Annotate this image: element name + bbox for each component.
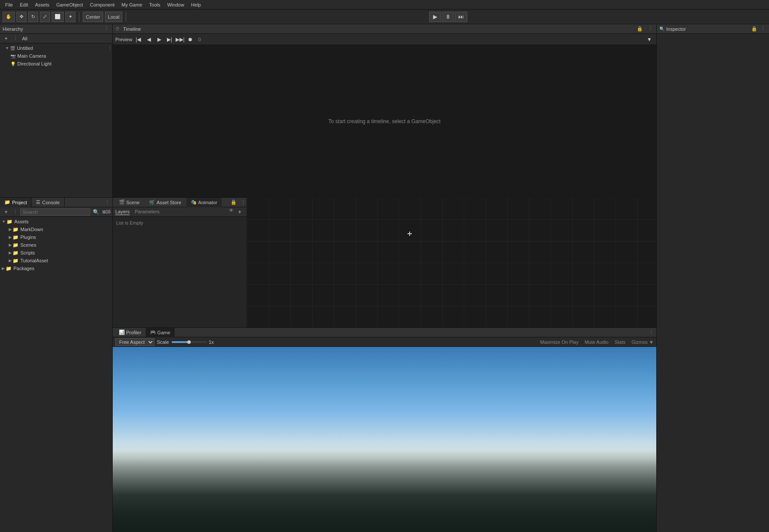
tab-asset-store[interactable]: 🛒 Asset Store <box>145 198 186 207</box>
project-search-input[interactable] <box>20 209 90 215</box>
scene-view[interactable] <box>247 198 656 327</box>
middle-area: 🎬 Scene 🛒 Asset Store 🎭 Animator 🔒 <box>113 198 656 532</box>
pause-button[interactable]: ⏸ <box>442 12 454 22</box>
layers-add-button[interactable]: + <box>235 208 244 216</box>
project-item-scenes[interactable]: ▶ 📁 Scenes <box>0 241 112 249</box>
plugins-folder-icon: 📁 <box>13 235 19 240</box>
transform-tool-button[interactable]: ✦ <box>65 12 75 22</box>
timeline-settings-button[interactable]: ▼ <box>645 35 654 44</box>
menu-item-file[interactable]: File <box>2 1 16 8</box>
project-item-packages[interactable]: ▶ 📁 Packages <box>0 264 112 272</box>
tab-game[interactable]: 🎮 Game <box>146 328 175 337</box>
hierarchy-dots-icon[interactable]: ⋮ <box>12 36 19 41</box>
project-options-icon[interactable]: ⋮ <box>12 209 19 215</box>
timeline-frame-count: 0 <box>198 37 201 42</box>
stats-label[interactable]: Stats <box>615 339 626 345</box>
tab-scene[interactable]: 🎬 Scene <box>114 198 144 207</box>
menu-item-assets[interactable]: Assets <box>32 1 53 8</box>
scene-options-icon[interactable]: ⋮ <box>240 199 247 205</box>
hierarchy-add-button[interactable]: + <box>2 34 10 43</box>
timeline-record-button[interactable]: ⏺ <box>186 35 195 44</box>
menu-item-edit[interactable]: Edit <box>16 1 32 8</box>
untitled-options-icon[interactable]: ⋮ <box>108 46 112 51</box>
maximize-on-play-label[interactable]: Maximize On Play <box>540 339 579 345</box>
project-add-button[interactable]: + <box>2 208 10 216</box>
scale-handle[interactable] <box>187 340 191 344</box>
project-panel-dots[interactable]: ⋮ <box>104 199 111 205</box>
step-button[interactable]: ⏭ <box>455 12 467 22</box>
scene-lock-icon[interactable]: 🔒 <box>230 199 238 205</box>
rect-tool-button[interactable]: ⬜ <box>52 12 64 22</box>
game-panel: 📊 Profiler 🎮 Game ⋮ Free Aspect Scale <box>113 328 656 532</box>
packages-folder-icon: 📁 <box>6 266 12 271</box>
hierarchy-item-main-camera[interactable]: 📷 Main Camera <box>0 52 112 60</box>
animator-tab-label: Animator <box>198 200 217 205</box>
layers-toolbar: Layers Parameters 👁 + <box>113 207 247 217</box>
inspector-options-icon[interactable]: ⋮ <box>760 26 766 32</box>
inspector-header: 🔍 Inspector 🔒 ⋮ <box>657 24 769 34</box>
directional-light-label: Directional Light <box>17 61 52 66</box>
menu-item-tools[interactable]: Tools <box>146 1 164 8</box>
menu-item-window[interactable]: Window <box>164 1 188 8</box>
tab-console[interactable]: ☰ Console <box>32 198 64 207</box>
game-options-icon[interactable]: ⋮ <box>648 330 655 335</box>
scene-tab-row: 🎬 Scene 🛒 Asset Store 🎭 Animator 🔒 <box>113 198 247 207</box>
tab-project[interactable]: 📁 Project <box>0 198 32 207</box>
hierarchy-item-untitled[interactable]: ▼ 🎬 Untitled ⋮ <box>0 44 112 52</box>
hierarchy-item-directional-light[interactable]: 💡 Directional Light <box>0 60 112 68</box>
rotate-tool-button[interactable]: ↻ <box>28 12 38 22</box>
project-item-assets[interactable]: ▼ 📁 Assets <box>0 218 112 225</box>
game-tab-row: 📊 Profiler 🎮 Game ⋮ <box>113 328 656 337</box>
toolbar: ✋ ✥ ↻ ⤢ ⬜ ✦ Center Local ▶ ⏸ ⏭ <box>0 10 769 24</box>
timeline-next-frame-button[interactable]: ▶| <box>165 35 174 44</box>
move-tool-button[interactable]: ✥ <box>16 12 26 22</box>
menu-item-component[interactable]: Component <box>86 1 118 8</box>
scene-area: 🎬 Scene 🛒 Asset Store 🎭 Animator 🔒 <box>113 198 656 328</box>
tab-profiler[interactable]: 📊 Profiler <box>114 328 146 337</box>
timeline-start-button[interactable]: |◀ <box>134 35 143 44</box>
filter-button[interactable]: 🔍 <box>92 208 101 216</box>
preview-label: Preview <box>115 37 132 42</box>
scale-slider[interactable] <box>172 341 206 343</box>
assets-folder-icon: 📁 <box>7 219 13 225</box>
scale-tool-button[interactable]: ⤢ <box>40 12 50 22</box>
project-item-scripts[interactable]: ▶ 📁 Scripts <box>0 249 112 257</box>
game-tab-label: Game <box>157 330 170 335</box>
timeline-prev-frame-button[interactable]: ◀ <box>144 35 153 44</box>
timeline-play-button[interactable]: ▶ <box>155 35 163 44</box>
layers-tab[interactable]: Layers <box>115 209 130 215</box>
parameters-tab[interactable]: Parameters <box>135 209 160 215</box>
pivot-center-button[interactable]: Center <box>83 12 103 22</box>
tab-animator[interactable]: 🎭 Animator <box>186 198 222 207</box>
gizmos-button[interactable]: Gizmos ▼ <box>632 339 654 345</box>
project-item-tutorialasset[interactable]: ▶ 📁 TutorialAsset <box>0 257 112 264</box>
project-item-markdown[interactable]: ▶ 📁 MarkDown <box>0 225 112 233</box>
menu-item-help[interactable]: Help <box>188 1 205 8</box>
menu-item-gameobject[interactable]: GameObject <box>53 1 87 8</box>
eye-icon[interactable]: 👁 <box>229 208 234 216</box>
hand-tool-button[interactable]: ✋ <box>3 12 15 22</box>
hierarchy-tree: ▼ 🎬 Untitled ⋮ 📷 Main Camera 💡 Direction… <box>0 43 112 197</box>
markdown-folder-icon: 📁 <box>13 227 19 232</box>
game-view <box>113 347 656 532</box>
console-tab-icon: ☰ <box>36 199 40 205</box>
hierarchy-options-icon[interactable]: ⋮ <box>103 26 110 32</box>
inspector-lock-icon[interactable]: 🔒 <box>750 26 758 32</box>
layers-right-controls: 👁 + <box>229 208 244 216</box>
timeline-options-icon[interactable]: ⋮ <box>647 26 654 32</box>
inspector-body <box>657 34 769 532</box>
play-button[interactable]: ▶ <box>429 12 441 22</box>
project-item-plugins[interactable]: ▶ 📁 Plugins <box>0 233 112 241</box>
timeline-lock-icon[interactable]: 🔒 <box>636 26 644 32</box>
menu-item-mygame[interactable]: My Game <box>118 1 146 8</box>
mute-audio-label[interactable]: Mute Audio <box>585 339 609 345</box>
timeline-end-button[interactable]: ▶▶| <box>176 35 184 44</box>
scripts-folder-icon: 📁 <box>13 250 19 256</box>
profiler-tab-label: Profiler <box>126 330 141 335</box>
hierarchy-title: Hierarchy <box>3 26 101 32</box>
center-panel: ⏱ Timeline 🔒 ⋮ Preview |◀ ◀ ▶ ▶| ▶▶| ⏺ 0… <box>113 24 656 532</box>
aspect-select[interactable]: Free Aspect <box>115 338 154 346</box>
pivot-local-button[interactable]: Local <box>105 12 122 22</box>
tutorialasset-label: TutorialAsset <box>20 258 48 263</box>
asset-store-tab-icon: 🛒 <box>149 199 155 205</box>
